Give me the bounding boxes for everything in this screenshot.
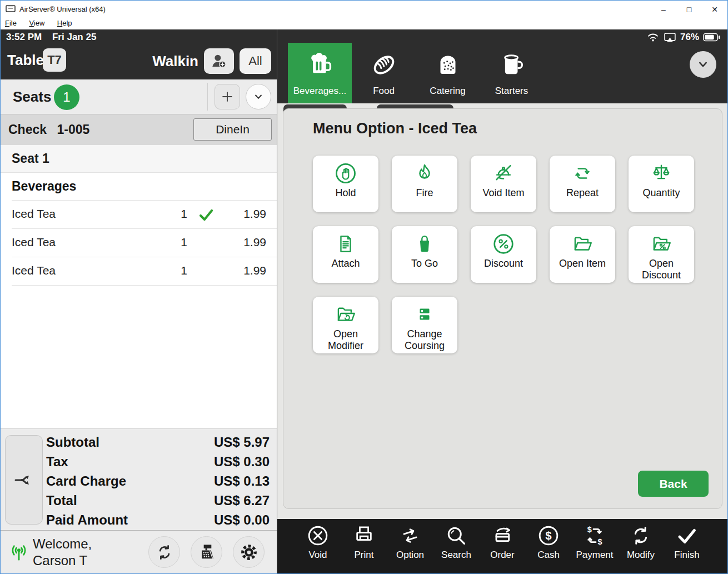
item-qty: 1 — [177, 236, 191, 249]
collapse-seats-button[interactable] — [246, 84, 271, 109]
maximize-button[interactable]: □ — [676, 1, 702, 18]
window-menubar: File View Help — [1, 18, 727, 29]
menu-view[interactable]: View — [29, 19, 44, 27]
cash-register-icon — [196, 542, 217, 563]
total-row: TaxUS$ 0.30 — [46, 454, 270, 473]
option-change-coursing[interactable]: Change Coursing — [392, 297, 457, 353]
option-open-item[interactable]: Open Item — [550, 226, 615, 283]
option-fire[interactable]: Fire — [392, 156, 457, 212]
user-bar: Welcome, Carson T — [1, 530, 277, 573]
plus-icon — [220, 89, 235, 104]
toolbar-void[interactable]: Void — [297, 523, 338, 561]
seats-count-badge: 1 — [54, 84, 79, 110]
toolbar-modify[interactable]: Modify — [620, 523, 661, 561]
total-row: TotalUS$ 6.27 — [46, 493, 270, 512]
modal-title: Menu Option - Iced Tea — [313, 120, 477, 137]
split-icon — [13, 469, 35, 491]
option-hold[interactable]: Hold — [313, 156, 378, 212]
category-tab-beverages[interactable]: Beverages... — [288, 43, 352, 103]
mug-icon — [497, 50, 527, 80]
menu-option-modal: Menu Option - Iced Tea Hold — [283, 108, 722, 509]
split-check-button[interactable] — [5, 435, 43, 525]
collapse-menu-button[interactable] — [690, 51, 716, 78]
add-customer-button[interactable] — [204, 48, 234, 74]
clock: 3:52 PM — [6, 32, 42, 42]
order-item-row[interactable]: Iced Tea 1 1.99 — [1, 229, 277, 257]
airserver-window: AirServer® Universal (x64) – □ ✕ File Vi… — [0, 0, 728, 574]
check-number: 1-005 — [57, 122, 89, 137]
option-attach[interactable]: Attach — [313, 226, 378, 283]
void-icon — [306, 523, 330, 548]
back-button[interactable]: Back — [638, 471, 709, 497]
option-open-discount[interactable]: Open Discount — [629, 226, 694, 283]
order-item-row[interactable]: Iced Tea 1 1.99 — [1, 201, 277, 229]
toolbar-finish[interactable]: Finish — [666, 523, 707, 561]
total-row: Card ChargeUS$ 0.13 — [46, 473, 270, 493]
option-discount[interactable]: Discount — [471, 226, 536, 283]
signal-antenna-icon — [7, 541, 31, 564]
toolbar-order[interactable]: Order — [482, 523, 523, 561]
date: Fri Jan 25 — [52, 32, 96, 42]
toolbar-print[interactable]: Print — [343, 523, 385, 561]
wifi-icon — [646, 32, 660, 43]
sync-button[interactable] — [148, 536, 180, 568]
sent-check-icon — [197, 206, 215, 224]
order-icon — [490, 523, 515, 548]
sync-icon — [154, 542, 174, 562]
menu-file[interactable]: File — [5, 19, 17, 27]
table-label: Table — [7, 52, 44, 69]
category-bar: 76% — [277, 29, 727, 103]
add-seat-button[interactable] — [215, 84, 240, 109]
option-grid: Hold Fire — [313, 156, 694, 353]
airserver-app-icon — [6, 5, 16, 13]
action-toolbar: Void Print — [277, 519, 727, 573]
beer-mug-icon — [305, 50, 335, 80]
toolbar-payment[interactable]: $ $ Payment — [574, 523, 615, 561]
category-tab-food[interactable]: Food — [352, 43, 416, 103]
option-quantity[interactable]: Quantity — [629, 156, 694, 212]
svg-text:$: $ — [598, 537, 602, 546]
toolbar-cash[interactable]: $ Cash — [528, 523, 569, 561]
bread-icon — [369, 50, 399, 80]
menu-help[interactable]: Help — [57, 19, 72, 27]
menu-panel: 76% — [277, 29, 727, 573]
discount-icon — [492, 232, 515, 256]
order-panel: 3:52 PM Fri Jan 25 Table T7 Walkin — [1, 29, 277, 573]
window-title: AirServer® Universal (x64) — [19, 5, 106, 13]
category-tab-catering[interactable]: Catering — [416, 43, 480, 103]
cash-icon: $ — [536, 523, 561, 548]
category-header-row: Beverages — [1, 173, 277, 201]
order-type-button[interactable]: DineIn — [193, 118, 272, 141]
battery-percent: 76% — [680, 32, 699, 43]
item-name: Iced Tea — [12, 236, 56, 249]
minimize-button[interactable]: – — [651, 1, 676, 18]
open-discount-icon — [650, 232, 673, 256]
close-button[interactable]: ✕ — [702, 1, 727, 18]
total-row: Paid AmountUS$ 0.00 — [46, 512, 270, 532]
seat-header-row[interactable]: Seat 1 — [1, 145, 277, 173]
search-icon — [444, 523, 468, 548]
attach-icon — [334, 232, 357, 256]
option-open-modifier[interactable]: Open Modifier — [313, 297, 378, 353]
payment-icon: $ $ — [582, 523, 607, 548]
settings-button[interactable] — [233, 536, 265, 568]
option-void-item[interactable]: Void Item — [471, 156, 536, 212]
seats-row: Seats 1 — [1, 79, 277, 114]
menu-content: Menu Option - Iced Tea Hold — [277, 103, 727, 519]
order-header: 3:52 PM Fri Jan 25 Table T7 Walkin — [1, 29, 277, 79]
option-to-go[interactable]: To Go — [392, 226, 457, 283]
window-titlebar: AirServer® Universal (x64) – □ ✕ — [1, 1, 727, 18]
toolbar-option[interactable]: Option — [390, 523, 431, 561]
chevron-down-icon — [251, 89, 266, 104]
category-tab-starters[interactable]: Starters — [480, 43, 543, 103]
register-button[interactable] — [191, 536, 222, 568]
item-price: 1.99 — [243, 264, 266, 277]
toolbar-search[interactable]: Search — [436, 523, 477, 561]
table-number-button[interactable]: T7 — [43, 48, 66, 72]
order-item-row[interactable]: Iced Tea 1 1.99 — [1, 257, 277, 286]
print-icon — [352, 523, 376, 548]
all-seats-button[interactable]: All — [240, 48, 271, 74]
seats-label: Seats — [13, 88, 51, 106]
chevron-down-icon — [695, 57, 711, 72]
option-repeat[interactable]: Repeat — [550, 156, 615, 212]
